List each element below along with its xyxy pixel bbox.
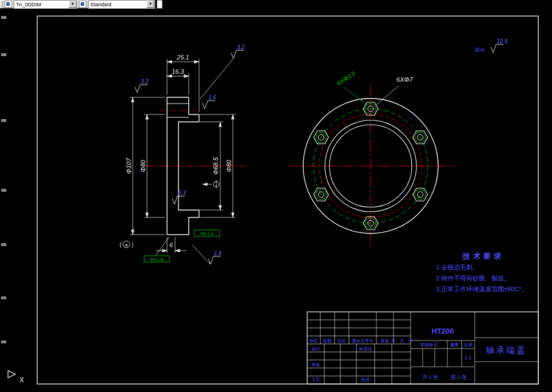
chevron-down-icon[interactable]: ▼: [146, 1, 154, 8]
drawing-canvas[interactable]: 25.1 16.3 Φ107 Φ80 Φ68.5 Φ80 6 3.2 3.2 1…: [0, 0, 552, 392]
rev-label: 处数: [323, 338, 332, 343]
hole-label: 6XΦ7: [396, 76, 414, 83]
datum-letter: A: [125, 243, 128, 248]
toolbar-grip[interactable]: [2, 1, 3, 7]
sheet-number: 第 1 张: [451, 374, 467, 380]
datum-paren: ): [132, 241, 133, 248]
tech-req-item: 3.正常工作环境温度范围±60C°。: [436, 286, 528, 292]
dim-step: 6: [169, 241, 173, 248]
rev-label: 标记: [309, 338, 319, 343]
scale-value: 1:1: [464, 355, 472, 361]
standardization-label: 标准化: [359, 346, 372, 351]
part-name: 轴承端盖: [486, 345, 527, 355]
tech-req-title: 技术要求: [462, 252, 504, 260]
dim-outer-dia: Φ107: [125, 157, 132, 173]
roughness-value: 3.2: [141, 78, 149, 85]
sheet-total: 共 1 张: [422, 374, 438, 380]
layer-toolbar: TA_0DDIM ▼ Standard ▼: [0, 0, 152, 9]
approve-label: 批准: [362, 377, 371, 382]
toolbar-sliver: [157, 0, 162, 9]
rev-label: 更改文件号: [352, 338, 374, 343]
review-label: 审核: [312, 362, 321, 367]
roughness-value: 12.5: [497, 38, 508, 45]
stage-label: 阶段标记: [420, 342, 438, 347]
dim-bore-dia: Φ68.5: [212, 157, 219, 175]
other-surfaces-label: 其余: [475, 47, 485, 53]
design-label: 设计: [312, 346, 321, 351]
gdt-text: Φ0.1 B: [150, 257, 164, 262]
scale-label: 比例: [464, 342, 472, 347]
layer-value: TA_0DDIM: [16, 2, 41, 7]
roughness-value: 1.6: [208, 94, 216, 101]
rev-label: 签名: [381, 338, 390, 343]
weight-label: 重量: [450, 342, 459, 347]
text-style-icon[interactable]: [79, 1, 86, 8]
material-spec: HT200: [431, 327, 454, 335]
style-value: Standard: [90, 2, 112, 7]
tech-req-item: 1.去锐边毛刺。: [436, 264, 479, 271]
dim-flange-width: 16.3: [172, 68, 184, 75]
text-style-dropdown[interactable]: Standard ▼: [88, 0, 155, 9]
dim-left-dia: Φ80: [140, 159, 146, 172]
model-space-background[interactable]: [0, 0, 552, 392]
ucs-x-label: X: [19, 376, 24, 384]
layers-icon[interactable]: [5, 1, 12, 8]
roughness-value: 6.3: [178, 190, 186, 196]
layer-dropdown[interactable]: TA_0DDIM ▼: [14, 0, 77, 9]
craft-label: 工艺: [312, 377, 321, 382]
dim-right-dia: Φ80: [225, 159, 232, 172]
rev-label: 分区: [337, 338, 347, 343]
roughness-value: 1.6: [214, 250, 222, 256]
cad-window: TA_0DDIM ▼ Standard ▼: [0, 0, 552, 392]
tech-req-item: 2.铸件不得有砂眼、裂纹。: [436, 275, 510, 282]
dim-total-width: 25.1: [176, 54, 189, 61]
rev-label: 年、月、日: [391, 338, 413, 343]
roughness-value: 3.2: [237, 44, 245, 50]
chevron-down-icon[interactable]: ▼: [69, 1, 77, 8]
gdt-text: Φ0.1 A: [200, 231, 214, 236]
